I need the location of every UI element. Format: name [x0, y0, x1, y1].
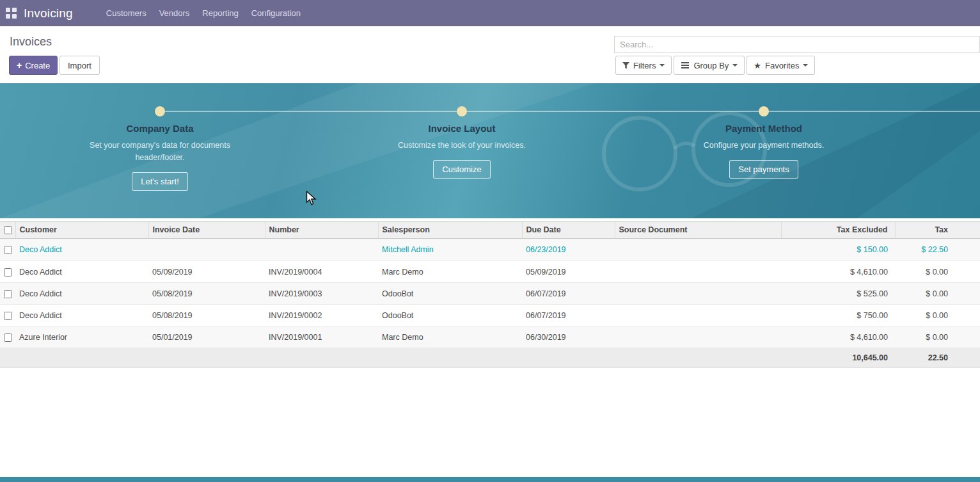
select-all-header[interactable] [0, 221, 15, 239]
step-description: Set your company's data for documents he… [90, 140, 230, 164]
bottom-edge-strip [0, 477, 980, 482]
invoice-row[interactable]: Deco Addict Mitchell Admin 06/23/2019 $ … [0, 239, 980, 261]
step-dot-company-data [155, 106, 165, 116]
cell-invoice-date: 05/08/2019 [148, 304, 265, 326]
total-tax-excluded: 10,645.00 [781, 348, 895, 368]
top-menu: Customers Vendors Reporting Configuratio… [100, 0, 307, 26]
search-input[interactable] [614, 36, 980, 53]
import-button[interactable]: Import [59, 56, 100, 75]
step-title: Payment Method [725, 123, 802, 134]
chevron-down-icon [732, 64, 738, 67]
cell-salesperson: Marc Demo [378, 326, 522, 348]
row-checkbox[interactable] [4, 268, 12, 277]
cell-source-document [615, 326, 781, 348]
cell-due-date: 06/23/2019 [522, 239, 615, 261]
col-customer[interactable]: Customer [15, 221, 148, 239]
customize-button[interactable]: Customize [433, 160, 490, 179]
cell-customer: Deco Addict [15, 282, 148, 304]
cell-tax-excluded: $ 150.00 [781, 239, 895, 261]
cell-due-date: 06/07/2019 [522, 304, 615, 326]
cell-tax: $ 0.00 [895, 304, 980, 326]
onboarding-step-payment-method: Payment Method Configure your payment me… [693, 123, 834, 179]
col-tax[interactable]: Tax [895, 221, 980, 239]
menu-customers[interactable]: Customers [100, 0, 153, 26]
search-options: Filters Group By ★ Favorites [615, 56, 815, 75]
row-checkbox[interactable] [4, 290, 12, 298]
col-tax-excluded[interactable]: Tax Excluded [781, 221, 895, 239]
page-title: Invoices [10, 35, 52, 49]
step-dot-invoice-layout [457, 106, 467, 116]
col-due-date[interactable]: Due Date [522, 221, 615, 239]
favorites-button[interactable]: ★ Favorites [747, 56, 815, 75]
cell-due-date: 06/30/2019 [522, 326, 615, 348]
col-invoice-date[interactable]: Invoice Date [148, 221, 265, 239]
cell-tax-excluded: $ 525.00 [781, 282, 895, 304]
control-panel: Invoices + Create Import Filters Group B… [0, 26, 980, 83]
cell-customer: Deco Addict [15, 304, 148, 326]
cell-number: INV/2019/0003 [265, 282, 378, 304]
select-all-checkbox[interactable] [4, 226, 12, 234]
set-payments-button[interactable]: Set payments [729, 160, 798, 179]
cell-source-document [615, 261, 781, 282]
app-title: Invoicing [24, 6, 73, 20]
col-salesperson[interactable]: Salesperson [378, 221, 522, 239]
onboarding-progress-line [160, 111, 980, 112]
row-checkbox[interactable] [4, 312, 12, 320]
cell-tax: $ 0.00 [895, 326, 980, 348]
table-header-row: Customer Invoice Date Number Salesperson… [0, 221, 980, 239]
star-icon: ★ [754, 61, 761, 70]
cell-source-document [615, 239, 781, 261]
grid-square [6, 8, 10, 12]
group-by-icon [681, 65, 689, 66]
cell-source-document [615, 282, 781, 304]
group-by-button[interactable]: Group By [674, 56, 745, 75]
menu-vendors[interactable]: Vendors [153, 0, 196, 26]
cell-salesperson: Marc Demo [378, 261, 522, 282]
cell-customer: Deco Addict [15, 261, 148, 282]
cell-salesperson: Mitchell Admin [378, 239, 522, 261]
cell-number: INV/2019/0004 [265, 261, 378, 282]
cell-salesperson: OdooBot [378, 304, 522, 326]
col-number[interactable]: Number [265, 221, 378, 239]
cell-source-document [615, 304, 781, 326]
invoice-row[interactable]: Deco Addict 05/09/2019 INV/2019/0004 Mar… [0, 261, 980, 282]
favorites-button-label: Favorites [765, 61, 799, 70]
cell-customer: Deco Addict [15, 239, 148, 261]
step-description: Configure your payment methods. [704, 140, 824, 152]
totals-row: 10,645.00 22.50 [0, 348, 980, 368]
filter-funnel-icon [622, 62, 629, 69]
row-checkbox[interactable] [4, 246, 12, 254]
grid-square [12, 14, 17, 19]
cell-tax: $ 0.00 [895, 261, 980, 282]
invoice-list: Customer Invoice Date Number Salesperson… [0, 221, 980, 368]
cell-invoice-date [148, 239, 265, 261]
cell-invoice-date: 05/09/2019 [148, 261, 265, 282]
cell-tax-excluded: $ 4,610.00 [781, 261, 895, 282]
cell-tax-excluded: $ 750.00 [781, 304, 895, 326]
lets-start-button[interactable]: Let's start! [132, 172, 188, 191]
top-navbar: Invoicing Customers Vendors Reporting Co… [0, 0, 980, 26]
grid-square [12, 8, 17, 12]
cell-salesperson: OdooBot [378, 282, 522, 304]
cell-due-date: 06/07/2019 [522, 282, 615, 304]
group-by-button-label: Group By [693, 61, 729, 70]
row-checkbox[interactable] [4, 333, 12, 342]
cell-due-date: 05/09/2019 [522, 261, 615, 282]
menu-reporting[interactable]: Reporting [196, 0, 244, 26]
onboarding-banner: Company Data Set your company's data for… [0, 83, 980, 218]
step-dot-payment-method [759, 106, 769, 116]
invoice-row[interactable]: Deco Addict 05/08/2019 INV/2019/0002 Odo… [0, 304, 980, 326]
menu-configuration[interactable]: Configuration [245, 0, 307, 26]
filters-button[interactable]: Filters [615, 56, 672, 75]
invoice-row[interactable]: Azure Interior 05/01/2019 INV/2019/0001 … [0, 326, 980, 348]
create-button[interactable]: + Create [9, 56, 58, 75]
onboarding-step-invoice-layout: Invoice Layout Customize the look of you… [391, 123, 532, 179]
onboarding-step-company-data: Company Data Set your company's data for… [90, 123, 230, 191]
invoice-row[interactable]: Deco Addict 05/08/2019 INV/2019/0003 Odo… [0, 282, 980, 304]
cell-tax: $ 22.50 [895, 239, 980, 261]
chevron-down-icon [660, 64, 665, 67]
cell-tax-excluded: $ 4,610.00 [781, 326, 895, 348]
apps-grid-icon[interactable] [6, 8, 17, 19]
mouse-cursor [306, 191, 317, 206]
col-source-document[interactable]: Source Document [615, 221, 781, 239]
